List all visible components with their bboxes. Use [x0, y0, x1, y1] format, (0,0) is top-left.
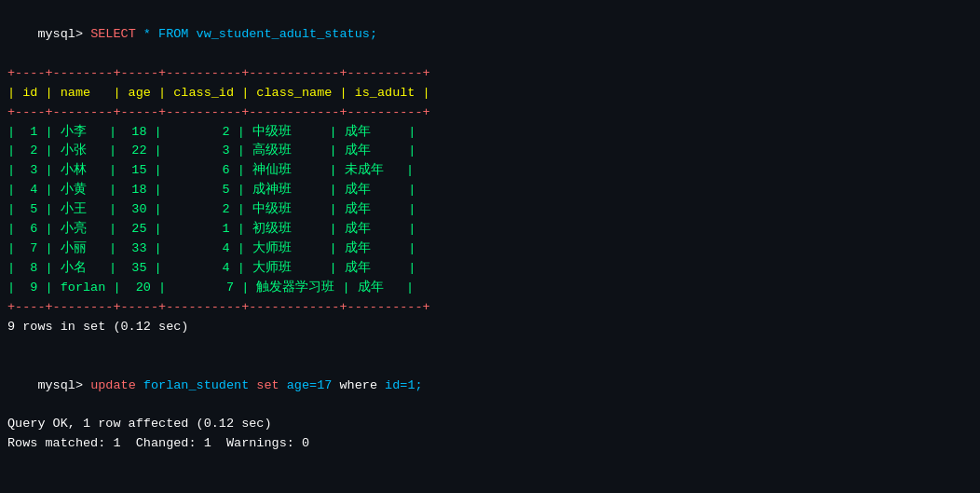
- query2-set: age=17: [279, 378, 340, 392]
- terminal: mysql> SELECT * FROM vw_student_adult_st…: [0, 0, 980, 493]
- query1-rest: * FROM vw_student_adult_status;: [136, 27, 377, 41]
- set-keyword: set: [256, 378, 279, 392]
- sep2: +----+--------+-----+----------+--------…: [7, 103, 973, 123]
- query2-line: mysql> update forlan_student set age=17 …: [7, 357, 973, 416]
- mysql-prompt2: mysql>: [37, 378, 90, 392]
- sep1: +----+--------+-----+----------+--------…: [7, 64, 973, 84]
- query2-where: id=1;: [377, 378, 423, 392]
- query3-line: mysql> SELECT * FROM vw_student_adult_st…: [7, 473, 973, 493]
- row1-5: | 5 | 小王 | 30 | 2 | 中级班 | 成年 |: [7, 200, 973, 220]
- query1-line: mysql> SELECT * FROM vw_student_adult_st…: [7, 6, 973, 64]
- row1-4: | 4 | 小黄 | 18 | 5 | 成神班 | 成年 |: [7, 181, 973, 200]
- blank2: [7, 454, 973, 473]
- row1-6: | 6 | 小亮 | 25 | 1 | 初级班 | 成年 |: [7, 220, 973, 240]
- update-keyword: update: [90, 378, 136, 392]
- row1-1: | 1 | 小李 | 18 | 2 | 中级班 | 成年 |: [7, 123, 973, 143]
- select-keyword: SELECT: [90, 27, 136, 41]
- query2-rest: forlan_student: [136, 378, 257, 392]
- table-header1: | id | name | age | class_id | class_nam…: [7, 84, 973, 103]
- blank1: [7, 337, 973, 357]
- row1-8: | 8 | 小名 | 35 | 4 | 大师班 | 成年 |: [7, 259, 973, 279]
- row1-2: | 2 | 小张 | 22 | 3 | 高级班 | 成年 |: [7, 142, 973, 161]
- where-keyword: where: [339, 378, 377, 392]
- mysql-prompt: mysql>: [37, 27, 90, 41]
- rows-matched: Rows matched: 1 Changed: 1 Warnings: 0: [7, 434, 973, 454]
- sep3: +----+--------+-----+----------+--------…: [7, 298, 973, 318]
- query-ok: Query OK, 1 row affected (0.12 sec): [7, 415, 973, 434]
- row1-9: | 9 | forlan | 20 | 7 | 触发器学习班 | 成年 |: [7, 279, 973, 298]
- row1-7: | 7 | 小丽 | 33 | 4 | 大师班 | 成年 |: [7, 240, 973, 259]
- row1-3: | 3 | 小林 | 15 | 6 | 神仙班 | 未成年 |: [7, 161, 973, 181]
- count1: 9 rows in set (0.12 sec): [7, 318, 973, 337]
